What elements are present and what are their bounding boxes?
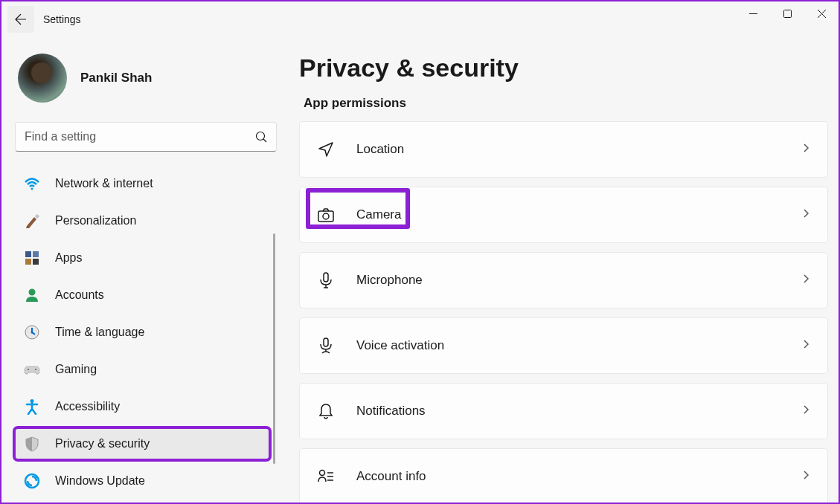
sidebar-item-label: Privacy & security <box>55 437 150 450</box>
sidebar-item-label: Accounts <box>55 288 104 302</box>
search-icon <box>255 131 267 143</box>
svg-rect-4 <box>33 251 39 257</box>
sidebar-item-accounts[interactable]: Accounts <box>15 280 269 311</box>
time-language-icon <box>24 324 40 340</box>
sidebar-item-apps[interactable]: Apps <box>15 242 269 274</box>
svg-point-15 <box>323 213 329 219</box>
shield-icon <box>24 436 40 452</box>
personalization-icon <box>24 213 40 229</box>
sidebar-item-label: Time & language <box>55 326 144 339</box>
svg-point-11 <box>35 369 36 370</box>
permission-label: Location <box>356 142 801 157</box>
minimize-button[interactable] <box>736 1 770 25</box>
permission-label: Microphone <box>356 273 801 288</box>
maximize-icon <box>783 10 792 18</box>
user-profile[interactable]: Pankil Shah <box>15 37 269 122</box>
svg-point-7 <box>29 289 36 296</box>
section-title: App permissions <box>304 96 828 111</box>
chevron-right-icon <box>801 274 811 287</box>
permission-label: Camera <box>356 207 801 222</box>
minimize-icon <box>749 10 757 18</box>
search-input[interactable] <box>25 130 255 143</box>
sidebar-item-time-language[interactable]: Time & language <box>15 317 269 348</box>
avatar <box>18 54 67 103</box>
permission-voice-activation[interactable]: Voice activation <box>299 317 828 374</box>
sidebar-item-gaming[interactable]: Gaming <box>15 354 269 385</box>
windows-update-icon <box>24 473 40 489</box>
svg-rect-16 <box>324 273 328 282</box>
window-title: Settings <box>43 13 81 25</box>
camera-icon <box>316 205 336 224</box>
permission-notifications[interactable]: Notifications <box>299 383 828 439</box>
user-name: Pankil Shah <box>80 71 152 85</box>
permission-camera[interactable]: Camera <box>299 187 828 243</box>
back-arrow-icon <box>15 13 27 25</box>
search-box[interactable] <box>15 122 277 152</box>
svg-point-9 <box>31 332 33 334</box>
sidebar-item-label: Gaming <box>55 363 97 376</box>
chevron-right-icon <box>801 404 811 418</box>
sidebar-item-label: Apps <box>55 251 82 265</box>
location-icon <box>316 140 336 159</box>
titlebar: Settings <box>1 1 839 37</box>
wifi-icon <box>24 175 40 192</box>
svg-rect-0 <box>783 10 791 17</box>
chevron-right-icon <box>801 208 811 222</box>
back-button[interactable] <box>7 6 34 33</box>
permission-label: Notifications <box>356 404 801 419</box>
apps-icon <box>24 250 40 266</box>
permission-location[interactable]: Location <box>299 121 828 178</box>
chevron-right-icon <box>801 143 811 156</box>
svg-rect-14 <box>318 211 333 222</box>
chevron-right-icon <box>801 339 811 352</box>
permission-account-info[interactable]: Account info <box>299 448 828 503</box>
sidebar-item-label: Network & internet <box>55 177 153 190</box>
svg-rect-3 <box>25 251 31 257</box>
scrollbar[interactable] <box>273 233 275 464</box>
sidebar-item-personalization[interactable]: Personalization <box>15 205 269 236</box>
voice-activation-icon <box>316 336 336 355</box>
svg-point-2 <box>31 188 33 190</box>
nav-list: Network & internet Personalization Apps … <box>15 168 269 497</box>
content-area: Privacy & security App permissions Locat… <box>277 37 839 503</box>
accounts-icon <box>24 287 40 303</box>
sidebar-item-accessibility[interactable]: Accessibility <box>15 391 269 422</box>
permission-microphone[interactable]: Microphone <box>299 252 828 308</box>
notifications-icon <box>316 401 336 421</box>
accessibility-icon <box>24 398 40 415</box>
page-title: Privacy & security <box>299 54 828 83</box>
sidebar-item-label: Personalization <box>55 214 136 227</box>
sidebar-item-windows-update[interactable]: Windows Update <box>15 465 269 497</box>
svg-rect-17 <box>324 338 328 346</box>
gaming-icon <box>24 361 40 378</box>
sidebar-item-label: Windows Update <box>55 474 145 488</box>
microphone-icon <box>316 271 336 290</box>
permission-label: Voice activation <box>356 338 801 353</box>
close-icon <box>818 10 826 18</box>
sidebar: Pankil Shah Network & internet Personali… <box>1 37 277 503</box>
svg-point-1 <box>257 132 265 140</box>
chevron-right-icon <box>801 470 811 483</box>
svg-rect-6 <box>33 259 39 265</box>
account-info-icon <box>316 467 336 486</box>
sidebar-item-label: Accessibility <box>55 400 120 413</box>
svg-point-18 <box>320 471 325 476</box>
maximize-button[interactable] <box>770 1 804 25</box>
sidebar-item-privacy-security[interactable]: Privacy & security <box>15 428 269 459</box>
close-button[interactable] <box>804 1 839 25</box>
sidebar-item-network[interactable]: Network & internet <box>15 168 269 199</box>
window-controls <box>736 1 839 25</box>
permission-label: Account info <box>356 469 801 484</box>
svg-point-10 <box>28 369 29 370</box>
svg-rect-5 <box>25 259 31 265</box>
